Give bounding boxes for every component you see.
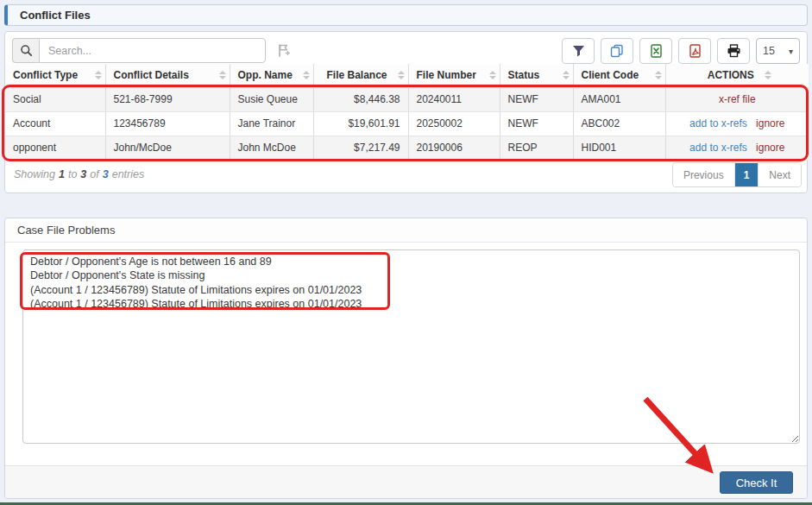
- pagination-page-1[interactable]: 1: [735, 163, 759, 186]
- sort-icon: [557, 71, 570, 79]
- chevron-down-icon: ▾: [789, 47, 793, 56]
- sort-icon: [214, 71, 226, 79]
- pdf-file-icon: [689, 44, 702, 58]
- xref-file-link[interactable]: x-ref file: [719, 93, 756, 105]
- save-search-button[interactable]: [277, 43, 291, 58]
- conflict-files-panel: 15 ▾ Conflict Type Conflict Details Opp.…: [4, 31, 808, 193]
- col-header-opp-name[interactable]: Opp. Name: [230, 64, 313, 87]
- entries-summary: Showing1to3of3entries: [14, 168, 148, 180]
- pagination: Previous 1 Next: [672, 162, 802, 187]
- check-it-button[interactable]: Check It: [720, 471, 793, 494]
- export-pdf-button[interactable]: [678, 38, 711, 64]
- pagination-next[interactable]: Next: [758, 163, 801, 186]
- col-header-conflict-type[interactable]: Conflict Type: [5, 64, 105, 87]
- ignore-link[interactable]: ignore: [756, 117, 784, 129]
- ignore-link[interactable]: ignore: [756, 142, 784, 154]
- page-size-select[interactable]: 15 ▾: [756, 38, 800, 64]
- copy-button[interactable]: [601, 38, 633, 64]
- excel-file-icon: [650, 44, 663, 58]
- case-file-problems-panel: Case File Problems Debtor / Opponent's A…: [4, 218, 808, 499]
- sort-icon: [393, 71, 405, 79]
- sort-icon: [484, 71, 496, 79]
- filter-button[interactable]: [562, 38, 595, 64]
- search-button[interactable]: [12, 38, 39, 63]
- col-header-actions[interactable]: ACTIONS: [665, 64, 809, 87]
- filter-icon: [572, 45, 585, 57]
- search-input[interactable]: [39, 38, 266, 63]
- col-header-client-code[interactable]: Client Code: [573, 64, 665, 87]
- sort-icon: [90, 71, 102, 79]
- sort-icon: [650, 71, 662, 79]
- problems-textarea[interactable]: Debtor / Opponent's Age is not between 1…: [22, 249, 800, 444]
- add-to-xrefs-link[interactable]: add to x-refs: [689, 117, 747, 129]
- panel-footer: Check It: [5, 465, 807, 498]
- printer-icon: [727, 44, 741, 58]
- col-header-conflict-details[interactable]: Conflict Details: [105, 64, 230, 87]
- print-button[interactable]: [717, 38, 750, 64]
- pagination-previous[interactable]: Previous: [673, 163, 735, 186]
- panel-title: Conflict Files: [4, 4, 808, 26]
- flag-icon: [277, 43, 291, 58]
- add-to-xrefs-link[interactable]: add to x-refs: [689, 142, 747, 154]
- col-header-file-number[interactable]: File Number: [408, 64, 500, 87]
- table-row: Social 521-68-7999 Susie Queue $8,446.38…: [5, 87, 809, 111]
- table-row: opponent John/McDoe John McDoe $7,217.49…: [5, 136, 809, 160]
- problems-panel-title: Case File Problems: [5, 218, 807, 243]
- table-row: Account 123456789 Jane Trainor $19,601.9…: [5, 111, 809, 136]
- sort-icon: [759, 71, 771, 79]
- sort-icon: [298, 71, 310, 79]
- conflicts-table: Conflict Type Conflict Details Opp. Name…: [5, 64, 809, 161]
- search-icon: [20, 44, 33, 57]
- copy-icon: [610, 44, 624, 58]
- col-header-file-balance[interactable]: File Balance: [313, 64, 408, 87]
- col-header-status[interactable]: Status: [500, 64, 573, 87]
- page-size-value: 15: [763, 45, 775, 57]
- export-excel-button[interactable]: [639, 38, 672, 64]
